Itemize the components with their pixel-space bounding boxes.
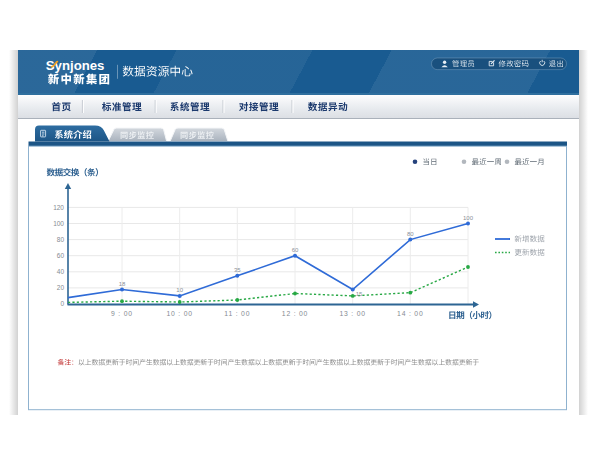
svg-text:18: 18 <box>119 281 126 287</box>
svg-text:15: 15 <box>356 291 363 297</box>
svg-text:100: 100 <box>463 215 474 221</box>
svg-text:80: 80 <box>57 236 65 243</box>
svg-text:60: 60 <box>292 247 299 253</box>
svg-text:0: 0 <box>60 300 64 307</box>
svg-text:35: 35 <box>234 267 241 273</box>
svg-text:10 : 00: 10 : 00 <box>167 310 193 317</box>
svg-text:10: 10 <box>176 287 183 293</box>
svg-text:11 : 00: 11 : 00 <box>224 310 250 317</box>
svg-text:13 : 00: 13 : 00 <box>340 310 366 317</box>
svg-text:40: 40 <box>57 268 65 275</box>
svg-text:12 : 00: 12 : 00 <box>282 310 308 317</box>
svg-text:100: 100 <box>53 220 64 227</box>
svg-text:20: 20 <box>57 284 65 291</box>
svg-text:14 : 00: 14 : 00 <box>397 310 423 317</box>
svg-text:120: 120 <box>53 204 64 211</box>
svg-text:80: 80 <box>407 231 414 237</box>
svg-text:60: 60 <box>57 252 65 259</box>
svg-text:9 : 00: 9 : 00 <box>111 310 133 317</box>
